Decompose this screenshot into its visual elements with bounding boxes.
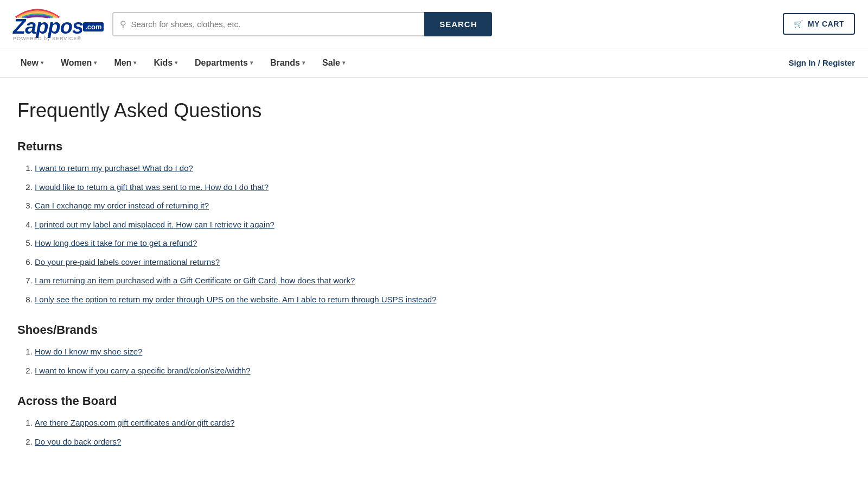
nav-items: New ▾ Women ▾ Men ▾ Kids ▾ Departments ▾…: [13, 49, 788, 77]
nav-label-men: Men: [114, 58, 131, 68]
logo-powered: POWERED by SERVICE®: [13, 36, 81, 41]
main-content: Frequently Asked Questions Returns I wan…: [0, 78, 597, 487]
chevron-down-icon: ▾: [41, 60, 43, 66]
list-item: Are there Zappos.com gift certificates a…: [35, 417, 579, 429]
section-returns: Returns I want to return my purchase! Wh…: [17, 140, 579, 306]
faq-link-2[interactable]: I would like to return a gift that was s…: [35, 182, 269, 192]
faq-link-5[interactable]: How long does it take for me to get a re…: [35, 238, 197, 248]
nav-label-new: New: [21, 58, 39, 68]
sign-in-link[interactable]: Sign In / Register: [788, 58, 855, 67]
faq-link-1[interactable]: I want to return my purchase! What do I …: [35, 163, 193, 173]
list-item: I would like to return a gift that was s…: [35, 181, 579, 194]
cart-label: MY CART: [808, 20, 844, 28]
nav-item-brands[interactable]: Brands ▾: [263, 49, 312, 77]
faq-link-shoes-1[interactable]: How do I know my shoe size?: [35, 347, 142, 356]
nav-item-kids[interactable]: Kids ▾: [146, 49, 185, 77]
cart-icon: 🛒: [794, 20, 803, 28]
faq-link-board-1[interactable]: Are there Zappos.com gift certificates a…: [35, 418, 235, 427]
nav-label-sale: Sale: [322, 58, 340, 68]
search-container: ⚲ SEARCH: [112, 12, 492, 36]
returns-list: I want to return my purchase! What do I …: [17, 162, 579, 306]
list-item: How do I know my shoe size?: [35, 346, 579, 358]
nav-item-men[interactable]: Men ▾: [106, 49, 144, 77]
section-title-across-board: Across the Board: [17, 394, 579, 408]
chevron-down-icon: ▾: [94, 60, 97, 66]
section-across-board: Across the Board Are there Zappos.com gi…: [17, 394, 579, 448]
site-header: Zappos .com POWERED by SERVICE® ⚲ SEARCH…: [0, 0, 868, 48]
main-nav: New ▾ Women ▾ Men ▾ Kids ▾ Departments ▾…: [0, 48, 868, 78]
chevron-down-icon: ▾: [302, 60, 305, 66]
faq-link-board-2[interactable]: Do you do back orders?: [35, 437, 121, 446]
nav-item-departments[interactable]: Departments ▾: [187, 49, 260, 77]
list-item: I printed out my label and misplaced it.…: [35, 219, 579, 231]
search-input-wrap: ⚲: [112, 12, 424, 36]
chevron-down-icon: ▾: [250, 60, 253, 66]
search-icon: ⚲: [120, 19, 126, 29]
list-item: I only see the option to return my order…: [35, 294, 579, 306]
section-shoes-brands: Shoes/Brands How do I know my shoe size?…: [17, 323, 579, 377]
search-button[interactable]: SEARCH: [424, 12, 492, 36]
section-title-returns: Returns: [17, 140, 579, 154]
nav-label-kids: Kids: [154, 58, 173, 68]
cart-button[interactable]: 🛒 MY CART: [783, 13, 855, 35]
list-item: I am returning an item purchased with a …: [35, 275, 579, 287]
section-title-shoes-brands: Shoes/Brands: [17, 323, 579, 337]
nav-item-new[interactable]: New ▾: [13, 49, 51, 77]
across-board-list: Are there Zappos.com gift certificates a…: [17, 417, 579, 448]
chevron-down-icon: ▾: [342, 60, 345, 66]
list-item: I want to know if you carry a specific b…: [35, 365, 579, 377]
logo-com-badge: .com: [83, 22, 104, 31]
nav-label-brands: Brands: [270, 58, 300, 68]
shoes-brands-list: How do I know my shoe size? I want to kn…: [17, 346, 579, 377]
faq-link-8[interactable]: I only see the option to return my order…: [35, 295, 436, 304]
list-item: Can I exchange my order instead of retur…: [35, 200, 579, 212]
logo[interactable]: Zappos .com POWERED by SERVICE®: [13, 7, 104, 41]
search-input[interactable]: [131, 20, 418, 29]
nav-label-women: Women: [61, 58, 92, 68]
page-title: Frequently Asked Questions: [17, 99, 579, 122]
nav-item-sale[interactable]: Sale ▾: [315, 49, 353, 77]
logo-text: Zappos: [13, 16, 83, 37]
faq-link-shoes-2[interactable]: I want to know if you carry a specific b…: [35, 366, 251, 375]
list-item: Do you do back orders?: [35, 436, 579, 448]
list-item: How long does it take for me to get a re…: [35, 237, 579, 250]
nav-label-departments: Departments: [195, 58, 248, 68]
faq-link-6[interactable]: Do your pre-paid labels cover internatio…: [35, 257, 220, 267]
list-item: I want to return my purchase! What do I …: [35, 162, 579, 175]
faq-link-4[interactable]: I printed out my label and misplaced it.…: [35, 220, 275, 229]
faq-link-3[interactable]: Can I exchange my order instead of retur…: [35, 201, 209, 210]
chevron-down-icon: ▾: [133, 60, 136, 66]
list-item: Do your pre-paid labels cover internatio…: [35, 256, 579, 269]
faq-link-7[interactable]: I am returning an item purchased with a …: [35, 276, 355, 285]
chevron-down-icon: ▾: [175, 60, 177, 66]
nav-item-women[interactable]: Women ▾: [53, 49, 104, 77]
